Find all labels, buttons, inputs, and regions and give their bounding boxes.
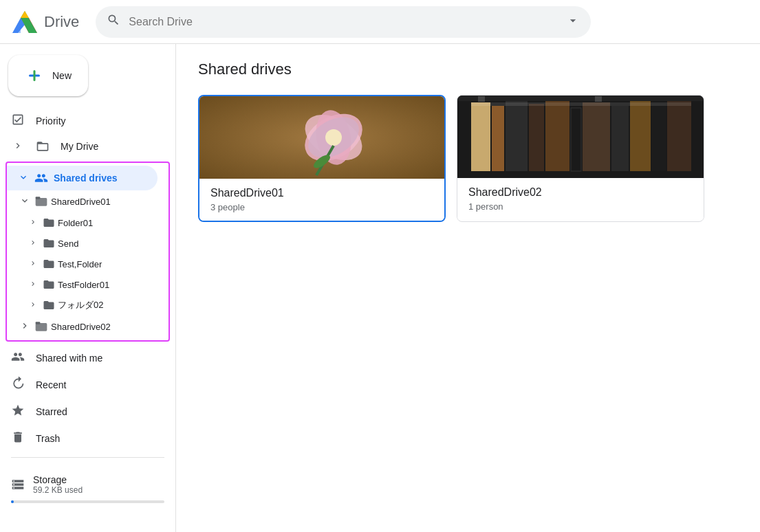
search-icon: [107, 13, 120, 30]
main-layout: New Priority My Drive Shar: [0, 44, 760, 532]
sidebar-divider: [11, 457, 164, 458]
storage-bar-bg: [11, 500, 164, 503]
svg-rect-7: [36, 197, 41, 199]
drive01-name: SharedDrive01: [51, 197, 111, 207]
trash-label: Trash: [36, 433, 60, 444]
page-title: Shared drives: [198, 60, 738, 78]
svg-rect-6: [36, 198, 47, 206]
starred-label: Starred: [36, 406, 67, 417]
drive02-name: SharedDrive02: [51, 322, 111, 332]
testfolder01-label: TestFolder01: [58, 280, 109, 290]
sidebar-item-my-drive[interactable]: My Drive: [0, 134, 164, 159]
starred-icon: [11, 403, 25, 419]
recent-label: Recent: [36, 379, 66, 390]
sidebar: New Priority My Drive Shar: [0, 44, 176, 532]
test-folder-icon: [43, 258, 55, 270]
folder01-label: Folder01: [58, 218, 93, 228]
testfolder01-icon: [43, 278, 55, 291]
drive-logo-icon: [11, 10, 39, 34]
tree-shared-drive-01[interactable]: SharedDrive01: [7, 190, 169, 212]
drive02-name: SharedDrive02: [468, 186, 693, 199]
expand-send-icon[interactable]: [26, 239, 40, 248]
sidebar-item-priority[interactable]: Priority: [0, 107, 164, 134]
storage-bar-fill: [11, 500, 14, 503]
expand-jp02-icon[interactable]: [26, 300, 40, 310]
expand-testfolder01-icon[interactable]: [26, 280, 40, 289]
sidebar-item-shared-drives[interactable]: Shared drives: [7, 166, 158, 190]
storage-section[interactable]: Storage 59.2 KB used: [0, 463, 175, 514]
sidebar-item-trash[interactable]: Trash: [0, 425, 164, 452]
jp02-label: フォルダ02: [58, 299, 103, 311]
logo[interactable]: Drive: [11, 10, 79, 34]
sidebar-item-shared-with-me[interactable]: Shared with me: [0, 344, 164, 371]
expand-my-drive-icon: [11, 140, 25, 153]
drive02-info: SharedDrive02 1 person: [457, 178, 704, 220]
tree-folder-jp02[interactable]: フォルダ02: [7, 295, 169, 315]
svg-rect-21: [506, 101, 528, 171]
expand-drive02-icon[interactable]: [18, 320, 32, 333]
drives-grid: SharedDrive01 3 people: [198, 95, 738, 222]
search-input[interactable]: [129, 16, 558, 28]
shared-with-me-icon: [11, 350, 25, 366]
svg-rect-22: [529, 104, 544, 171]
search-dropdown-icon[interactable]: [566, 14, 580, 30]
svg-rect-8: [36, 323, 47, 331]
svg-rect-31: [457, 96, 704, 101]
drive01-name: SharedDrive01: [210, 187, 433, 199]
checkbox-icon: [11, 113, 25, 129]
svg-rect-32: [478, 96, 485, 102]
svg-rect-24: [571, 108, 581, 171]
drive02-thumbnail: [457, 96, 704, 178]
my-drive-icon: [36, 140, 50, 153]
storage-icon: [11, 478, 25, 491]
svg-rect-28: [652, 104, 666, 171]
shared-drives-label: Shared drives: [54, 173, 118, 184]
expand-folder01-icon[interactable]: [26, 218, 40, 228]
main-content: Shared drives: [176, 44, 760, 532]
folder01-icon: [43, 217, 55, 229]
sidebar-item-starred[interactable]: Starred: [0, 398, 164, 425]
svg-rect-30: [471, 102, 691, 106]
drive01-members: 3 people: [210, 202, 433, 212]
tree-folder-test-folder[interactable]: Test,Folder: [7, 254, 169, 274]
storage-used: 59.2 KB used: [33, 485, 83, 495]
recent-icon: [11, 377, 25, 392]
shared-drives-icon: [34, 171, 48, 185]
shared-drives-tree-section: Shared drives SharedDrive01 Folder01: [6, 162, 170, 342]
svg-rect-23: [545, 99, 569, 171]
svg-point-15: [325, 129, 342, 146]
tree-folder-send[interactable]: Send: [7, 233, 169, 254]
send-label: Send: [58, 239, 78, 249]
svg-rect-25: [583, 102, 610, 171]
send-folder-icon: [43, 237, 55, 250]
test-folder-label: Test,Folder: [58, 259, 102, 269]
storage-label: Storage: [33, 474, 83, 485]
tree-shared-drive-02[interactable]: SharedDrive02: [7, 315, 169, 337]
jp02-folder-icon: [43, 299, 55, 311]
plus-icon: [25, 66, 44, 85]
new-button[interactable]: New: [8, 55, 88, 96]
drive01-thumbnail: [199, 96, 444, 179]
drive01-info: SharedDrive01 3 people: [199, 179, 444, 221]
svg-rect-29: [667, 99, 691, 171]
expand-testfolder-icon[interactable]: [26, 259, 40, 269]
search-bar[interactable]: [96, 6, 591, 38]
svg-marker-4: [21, 11, 29, 18]
tree-folder-testfolder01[interactable]: TestFolder01: [7, 274, 169, 295]
shared-with-me-label: Shared with me: [36, 353, 102, 364]
svg-rect-27: [630, 101, 651, 171]
tree-folder-01[interactable]: Folder01: [7, 212, 169, 233]
drive-card-02[interactable]: SharedDrive02 1 person: [457, 95, 704, 222]
svg-rect-9: [36, 322, 41, 324]
app-title: Drive: [44, 13, 79, 31]
sidebar-item-recent[interactable]: Recent: [0, 371, 164, 398]
trash-icon: [11, 430, 25, 446]
expand-drive01-icon[interactable]: [18, 195, 32, 208]
new-button-label: New: [52, 70, 72, 81]
drive02-thumb-img: [457, 96, 704, 178]
svg-rect-19: [471, 102, 490, 171]
drive02-icon: [34, 320, 48, 333]
drive01-icon: [34, 195, 48, 208]
svg-rect-33: [595, 96, 602, 102]
drive-card-01[interactable]: SharedDrive01 3 people: [198, 95, 446, 222]
